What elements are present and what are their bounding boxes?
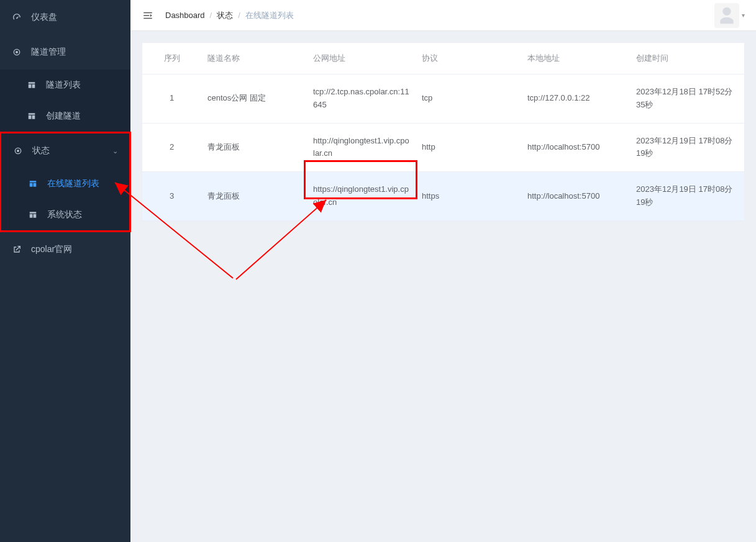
table-row[interactable]: 1 centos公网 固定 tcp://2.tcp.nas.cpolar.cn:… [142, 75, 744, 124]
sidebar-item-label: 系统状态 [47, 209, 82, 220]
external-link-icon [11, 244, 22, 255]
cell-public-addr: tcp://2.tcp.nas.cpolar.cn:11645 [307, 75, 416, 124]
cell-local-addr: tcp://127.0.0.1:22 [521, 75, 630, 124]
cell-created: 2023年12月19日 17时08分19秒 [630, 172, 744, 221]
cell-index: 1 [142, 75, 201, 124]
breadcrumb-separator: / [238, 11, 240, 20]
th-local-addr: 本地地址 [521, 43, 630, 75]
table-row[interactable]: 2 青龙面板 http://qinglongtest1.vip.cpolar.c… [142, 123, 744, 172]
topbar: Dashboard / 状态 / 在线隧道列表 ▾ [130, 0, 756, 31]
cell-protocol: http [416, 123, 521, 172]
th-public-addr: 公网地址 [307, 43, 416, 75]
cell-protocol: https [416, 172, 521, 221]
cell-public-addr: https://qinglongtest1.vip.cpolar.cn [307, 172, 416, 221]
sidebar-item-label: 创建隧道 [46, 111, 81, 122]
cell-index: 3 [142, 172, 201, 221]
sidebar-item-cpolar-site[interactable]: cpolar官网 [0, 232, 130, 267]
main-area: Dashboard / 状态 / 在线隧道列表 ▾ 序列 隧道 [130, 0, 756, 542]
app-root: 仪表盘 隧道管理 ⌄ 隧道列表 创建隧道 [0, 0, 756, 542]
th-protocol: 协议 [416, 43, 521, 75]
cell-name: 青龙面板 [201, 123, 307, 172]
cell-local-addr: http://localhost:5700 [521, 123, 630, 172]
sidebar-toggle-icon[interactable] [142, 9, 154, 22]
sidebar-item-label: 隧道列表 [46, 79, 81, 91]
gauge-icon [11, 12, 22, 23]
sidebar-item-label: 状态 [32, 145, 50, 156]
sidebar-item-label: 隧道管理 [31, 47, 66, 58]
cell-created: 2023年12月19日 17时08分19秒 [630, 123, 744, 172]
cell-name: 青龙面板 [201, 172, 307, 221]
chevron-down-icon: ⌄ [112, 147, 118, 155]
th-index: 序列 [142, 43, 201, 75]
breadcrumb-root[interactable]: Dashboard [165, 11, 205, 20]
cell-protocol: tcp [416, 75, 521, 124]
tunnel-table-card: 序列 隧道名称 公网地址 协议 本地地址 创建时间 1 centos公网 固定 [142, 42, 745, 222]
sidebar-item-online-tunnels[interactable]: 在线隧道列表 [1, 168, 129, 199]
sidebar-item-tunnel-list[interactable]: 隧道列表 [0, 70, 130, 101]
circle-dot-icon [12, 145, 24, 156]
user-menu[interactable]: ▾ [714, 3, 745, 28]
sidebar-item-system-status[interactable]: 系统状态 [1, 199, 129, 230]
cell-index: 2 [142, 123, 201, 172]
cell-local-addr: http://localhost:5700 [521, 172, 630, 221]
table-header-row: 序列 隧道名称 公网地址 协议 本地地址 创建时间 [142, 43, 744, 75]
content: 序列 隧道名称 公网地址 协议 本地地址 创建时间 1 centos公网 固定 [130, 31, 756, 233]
circle-dot-icon [11, 47, 22, 58]
sidebar-item-dashboard[interactable]: 仪表盘 [0, 0, 130, 35]
table-row[interactable]: 3 青龙面板 https://qinglongtest1.vip.cpolar.… [142, 172, 744, 221]
cell-name: centos公网 固定 [201, 75, 307, 124]
avatar-icon [714, 3, 739, 28]
table-icon [27, 209, 39, 220]
breadcrumb-separator: / [210, 11, 212, 20]
sidebar-item-tunnel-management[interactable]: 隧道管理 ⌄ [0, 35, 130, 70]
sidebar-item-status[interactable]: 状态 ⌄ [1, 133, 129, 168]
sidebar-item-label: 仪表盘 [31, 12, 57, 23]
caret-down-icon: ▾ [742, 12, 745, 19]
breadcrumb-current: 在线隧道列表 [245, 10, 294, 21]
sidebar-item-label: cpolar官网 [31, 244, 72, 255]
th-name: 隧道名称 [201, 43, 307, 75]
table-icon [27, 178, 39, 189]
cell-created: 2023年12月18日 17时52分35秒 [630, 75, 744, 124]
th-created: 创建时间 [630, 43, 744, 75]
sidebar-item-create-tunnel[interactable]: 创建隧道 [0, 101, 130, 132]
sidebar: 仪表盘 隧道管理 ⌄ 隧道列表 创建隧道 [0, 0, 130, 542]
breadcrumb: Dashboard / 状态 / 在线隧道列表 [165, 10, 294, 21]
table-icon [26, 111, 37, 122]
tunnel-table: 序列 隧道名称 公网地址 协议 本地地址 创建时间 1 centos公网 固定 [142, 43, 744, 221]
table-icon [26, 79, 37, 91]
sidebar-status-section: 状态 ⌄ 在线隧道列表 系统状态 [0, 132, 131, 232]
breadcrumb-section[interactable]: 状态 [217, 10, 233, 21]
cell-public-addr: http://qinglongtest1.vip.cpolar.cn [307, 123, 416, 172]
sidebar-item-label: 在线隧道列表 [47, 178, 99, 189]
